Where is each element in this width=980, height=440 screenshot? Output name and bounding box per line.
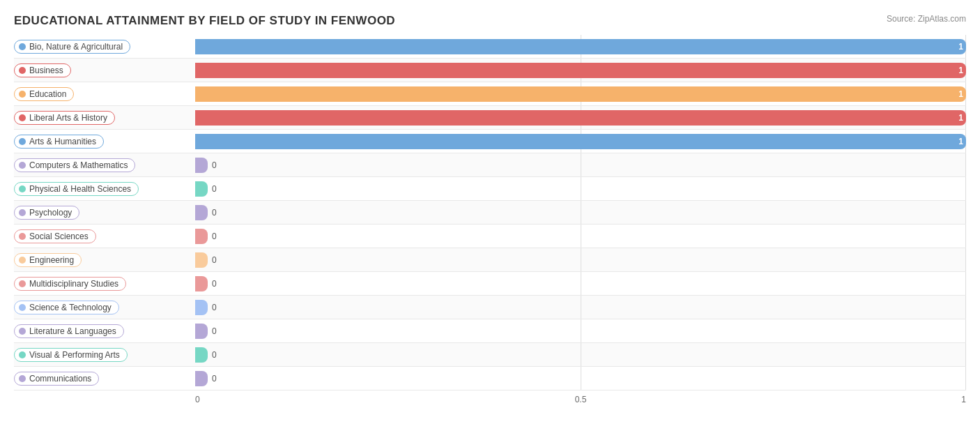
bar-label: Engineering [29,255,74,265]
bar-value: 0 [212,350,217,360]
label-area: Arts & Humanities [14,135,195,149]
bar-track: 0 [195,296,966,319]
x-tick-half: 0.5 [575,395,587,404]
bar-label: Visual & Performing Arts [29,350,120,360]
bar-label: Social Sciences [29,232,89,241]
bar-row: Social Sciences0 [14,225,966,248]
label-dot [19,67,26,74]
chart-title: EDUCATIONAL ATTAINMENT BY FIELD OF STUDY… [14,14,966,28]
label-area: Psychology [14,206,195,220]
bar-value: 0 [212,208,217,218]
label-area: Literature & Languages [14,324,195,338]
bar-value: 1 [958,89,963,99]
label-pill: Social Sciences [14,229,96,243]
label-area: Physical & Health Sciences [14,182,195,196]
bar-fill [195,276,208,291]
label-dot [19,209,26,216]
bar-track: 0 [195,248,966,271]
label-pill: Communications [14,372,99,386]
bar-track: 0 [195,367,966,390]
label-pill: Computers & Mathematics [14,158,135,172]
bar-value: 0 [212,279,217,289]
label-area: Computers & Mathematics [14,158,195,172]
label-pill: Bio, Nature & Agricultural [14,40,130,54]
bar-value: 0 [212,160,217,170]
label-dot [19,43,26,50]
label-dot [19,233,26,240]
bar-fill: 1 [195,39,966,54]
label-dot [19,375,26,382]
bar-row: Literature & Languages0 [14,319,966,343]
bar-value: 0 [212,303,217,312]
label-dot [19,351,26,358]
bar-label: Computers & Mathematics [29,160,128,170]
bar-fill [195,324,208,339]
x-axis: 0 0.5 1 [195,395,966,409]
label-dot [19,328,26,335]
bar-label: Multidisciplinary Studies [29,279,118,289]
label-dot [19,185,26,192]
label-dot [19,114,26,121]
bar-fill: 1 [195,63,966,78]
label-pill: Business [14,63,71,77]
label-dot [19,162,26,169]
x-tick-1: 1 [961,395,966,404]
x-tick-0: 0 [195,395,200,404]
bar-label: Communications [29,374,91,384]
label-pill: Multidisciplinary Studies [14,277,126,291]
label-dot [19,257,26,264]
bar-label: Physical & Health Sciences [29,184,131,194]
label-pill: Visual & Performing Arts [14,348,128,362]
bar-fill [195,252,208,268]
bar-row: Science & Technology0 [14,296,966,319]
bar-track: 1 [195,130,966,153]
bar-fill [195,181,208,197]
bar-row: Engineering0 [14,248,966,272]
label-area: Liberal Arts & History [14,111,195,125]
label-area: Science & Technology [14,301,195,314]
bar-value: 1 [958,137,963,146]
label-pill: Arts & Humanities [14,135,104,149]
label-pill: Physical & Health Sciences [14,182,139,196]
bar-value: 0 [212,326,217,336]
bar-fill [195,371,208,386]
bar-fill [195,347,208,363]
bar-fill [195,229,208,244]
bar-label: Science & Technology [29,303,112,312]
label-area: Visual & Performing Arts [14,348,195,362]
label-dot [19,138,26,145]
bar-track: 0 [195,319,966,342]
bar-label: Bio, Nature & Agricultural [29,42,123,52]
label-pill: Science & Technology [14,301,119,314]
label-dot [19,280,26,287]
bar-value: 0 [212,374,217,384]
bar-row: Communications0 [14,367,966,390]
bar-track: 0 [195,225,966,248]
bar-label: Education [29,89,66,99]
bar-label: Liberal Arts & History [29,113,107,123]
bar-row: Psychology0 [14,201,966,225]
bar-track: 0 [195,201,966,224]
bar-value: 1 [958,66,963,75]
bar-label: Business [29,66,63,75]
bar-row: Arts & Humanities1 [14,130,966,153]
label-area: Engineering [14,253,195,267]
bar-label: Literature & Languages [29,326,116,336]
label-area: Communications [14,372,195,386]
label-pill: Psychology [14,206,79,220]
bar-value: 1 [958,113,963,123]
bar-track: 1 [195,35,966,58]
bar-value: 0 [212,255,217,265]
bar-fill [195,205,208,220]
bar-value: 1 [958,42,963,52]
bar-row: Multidisciplinary Studies0 [14,272,966,296]
label-area: Business [14,63,195,77]
bar-row: Computers & Mathematics0 [14,153,966,177]
label-pill: Liberal Arts & History [14,111,115,125]
bar-value: 0 [212,184,217,194]
bar-track: 0 [195,343,966,366]
label-area: Multidisciplinary Studies [14,277,195,291]
label-dot [19,304,26,311]
bar-label: Psychology [29,208,72,218]
bar-row: Business1 [14,59,966,82]
